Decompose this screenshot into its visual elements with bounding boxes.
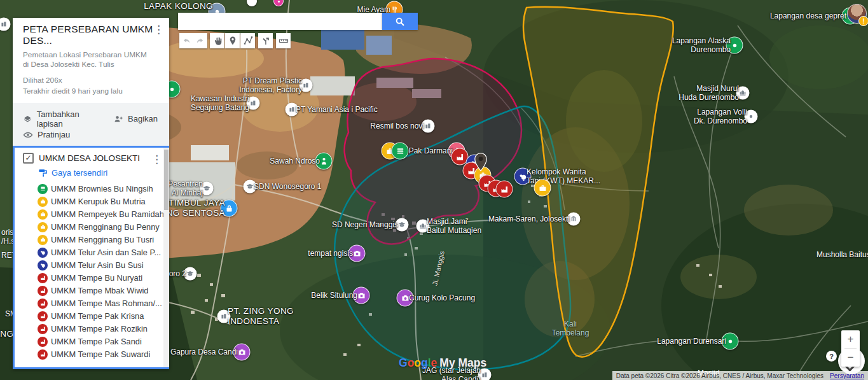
scrollbar-thumb[interactable] bbox=[164, 150, 169, 210]
layer-item-12[interactable]: UMKM Tempe Pak Rozikin bbox=[15, 323, 167, 335]
search-icon bbox=[395, 17, 405, 27]
layer-item-2[interactable]: UMKM Kerupuk Bu Mutria bbox=[15, 195, 167, 208]
layer-item-1[interactable]: UMKM Brownies Bu Ningsih bbox=[15, 183, 167, 195]
search-button[interactable] bbox=[382, 13, 418, 30]
layer-item-label: UMKM Tempe Mas Rohman/... bbox=[51, 299, 162, 308]
layer-item-8[interactable]: UMKM Tempe Bu Nuryati bbox=[15, 272, 167, 285]
belik-situlung-label[interactable]: Belik Situlung bbox=[311, 291, 357, 300]
sdn-wonosegoro-1-label[interactable]: SDN Wonosegoro 1 bbox=[254, 182, 322, 191]
layer-item-10[interactable]: UMKM Tempe Mas Rohman/... bbox=[15, 297, 167, 310]
layer-item-9[interactable]: UMKM Tempe Mbak Wiwid bbox=[15, 285, 167, 297]
cake-icon[interactable] bbox=[392, 143, 409, 160]
layer-item-14[interactable]: UMKM Tempe Pak Suwardi bbox=[15, 348, 167, 361]
lapangan-desa-gepret-label[interactable]: Lapangan desa gepret bbox=[770, 11, 846, 20]
measure-distance-button[interactable] bbox=[277, 33, 291, 48]
google-my-maps-app: LAPAK KOLONG DNMie AyamPT Dream Plastic … bbox=[0, 0, 868, 380]
measure-distance-icon bbox=[279, 36, 289, 46]
attribution-text: Data peta ©2026 Citra ©2026 Airbus, CNES… bbox=[616, 372, 823, 379]
undo-redo-group bbox=[179, 33, 207, 48]
zoom-out-button[interactable]: − bbox=[841, 349, 860, 367]
kawasan-industri-segajung-label[interactable]: Kawasan Industri Segajung Batang bbox=[191, 94, 249, 112]
chicken-icon bbox=[38, 248, 48, 258]
paint-roller-icon bbox=[38, 168, 48, 178]
layer-item-13[interactable]: UMKM Tempe Pak Sandi bbox=[15, 335, 167, 348]
layer-item-4[interactable]: UMKM Rengginang Bu Penny bbox=[15, 221, 167, 234]
lapangan-volli-label[interactable]: Lapangan Volli Dk. Durenombo bbox=[694, 108, 747, 125]
preview-button[interactable]: Pratinjau bbox=[23, 130, 70, 140]
zoom-in-button[interactable]: + bbox=[841, 330, 860, 348]
zoom-control: + − bbox=[841, 330, 860, 367]
masjid-jami-baitul-muttaqien-label[interactable]: Masjid Jami' Baitul Muttaqien bbox=[427, 217, 481, 235]
sawah-ndroso-label[interactable]: Sawah Ndroso bbox=[270, 157, 320, 165]
map-options-kebab-icon[interactable]: ⋮ bbox=[153, 24, 164, 35]
view-count: Dilihat 206x bbox=[23, 76, 160, 85]
pt-dream-plastic-label[interactable]: PT Dream Plastic Indonesia, Factory bbox=[239, 76, 302, 94]
pt-zing-yong-label[interactable]: PT. ZING YONG INDONESTA bbox=[228, 306, 294, 327]
pak-darmani-label[interactable]: Pak Darmani bbox=[409, 146, 453, 155]
layer-item-6[interactable]: UMKM Telur Asin dan Sale P... bbox=[15, 246, 167, 259]
lapangan-alaska-label[interactable]: Lapangan Alaska Durenombo bbox=[672, 36, 731, 54]
add-directions-button[interactable] bbox=[259, 33, 273, 48]
google-my-maps-watermark: Google My Maps bbox=[399, 356, 486, 370]
resmil-bos-novi-label[interactable]: Resmil bos novi bbox=[370, 122, 424, 130]
add-layer-button[interactable]: Tambahkan lapisan bbox=[23, 109, 102, 129]
makam-saren-label[interactable]: Makam Saren, Jolosekti bbox=[488, 215, 570, 223]
pan-hand-button[interactable] bbox=[210, 33, 224, 48]
draw-line-button[interactable] bbox=[241, 33, 255, 48]
last-edited: Terakhir diedit 9 hari yang lalu bbox=[23, 87, 160, 101]
my-maps-logo-text: My Maps bbox=[439, 356, 486, 370]
search-box bbox=[178, 13, 382, 30]
factory-icon[interactable] bbox=[496, 181, 513, 198]
wonosegoro-2-label[interactable]: oro 2 bbox=[169, 269, 186, 278]
draw-line-icon bbox=[243, 36, 253, 46]
layer-item-3[interactable]: UMKM Rempeyek Bu Ramidah bbox=[15, 208, 167, 221]
layer-item-label: UMKM Kerupuk Bu Mutria bbox=[51, 197, 146, 206]
layer-style-link[interactable]: Gaya tersendiri bbox=[38, 168, 167, 178]
add-directions-icon bbox=[261, 36, 271, 46]
pt-yamani-label[interactable]: PT Yamani Asia i Pacific bbox=[296, 105, 378, 114]
layer-item-7[interactable]: UMKM Telur Asin Bu Susi bbox=[15, 259, 167, 272]
layer-checkbox[interactable]: ✓ bbox=[23, 153, 34, 164]
map-description: Pemetaan Lokasi Persebaran UMKM di Desa … bbox=[23, 50, 150, 70]
selected-pin-icon[interactable] bbox=[474, 153, 488, 172]
terms-link[interactable]: Persyaratan bbox=[830, 372, 864, 379]
building-icon[interactable] bbox=[0, 18, 11, 31]
sd-negeri-manggis-label[interactable]: SD Negeri Manggis bbox=[332, 220, 398, 229]
layer-item-label: UMKM Rengginang Bu Penny bbox=[51, 222, 160, 232]
dot-icon[interactable] bbox=[247, 0, 257, 6]
masjid-nurul-huda-label[interactable]: Masjid Nurul Huda Durenombo bbox=[679, 84, 739, 102]
dot-icon[interactable] bbox=[273, 0, 284, 6]
add-marker-toolbox bbox=[225, 33, 240, 48]
layer-item-5[interactable]: UMKM Rengginang Bu Tusri bbox=[15, 234, 167, 246]
musholla-baitus-label: Musholla Baituss... bbox=[816, 250, 868, 259]
suitcase-icon bbox=[38, 197, 48, 207]
add-directions-toolbox bbox=[258, 33, 273, 48]
map-attribution: Data peta ©2026 Citra ©2026 Airbus, CNES… bbox=[612, 371, 868, 380]
lapangan-durensari-label[interactable]: Lapangan Durensari bbox=[657, 337, 726, 346]
cake-icon bbox=[38, 184, 48, 194]
account-avatar[interactable]: ! bbox=[847, 4, 867, 24]
layer-item-label: UMKM Tempe Bu Nuryati bbox=[51, 273, 142, 283]
layer-options-kebab-icon[interactable]: ⋮ bbox=[151, 154, 162, 165]
sidebar-scrollbar[interactable] bbox=[163, 148, 169, 367]
add-marker-button[interactable] bbox=[226, 33, 240, 48]
help-button[interactable]: ? bbox=[826, 351, 837, 362]
layers-icon bbox=[23, 114, 32, 124]
factory-icon bbox=[38, 349, 48, 360]
layer-name: UMKM DESA JOLOSEKTI bbox=[39, 153, 140, 163]
redo-button[interactable] bbox=[193, 33, 207, 48]
search-input[interactable] bbox=[178, 13, 382, 30]
pesantren-al-minhaj-label[interactable]: Pesantren Al Minhaj bbox=[168, 179, 203, 197]
curug-kolo-pacung-label[interactable]: Curug Kolo Pacung bbox=[409, 293, 475, 302]
share-button[interactable]: Bagikan bbox=[113, 114, 158, 124]
gapura-desa-candi-label[interactable]: Gapura Desa Candi bbox=[170, 348, 238, 356]
layer-item-11[interactable]: UMKM Tempe Pak Krisna bbox=[15, 310, 167, 323]
kali-tembelang-label: Kali Tembelang bbox=[552, 320, 589, 338]
panel-header: PETA PERSEBARAN UMKM DES... ⋮ Pemetaan L… bbox=[13, 18, 169, 103]
suitcase-icon[interactable] bbox=[534, 179, 551, 197]
undo-icon bbox=[181, 36, 191, 46]
tempat-ngisis-label[interactable]: tempat ngisis bbox=[308, 249, 353, 258]
draw-line-toolbox bbox=[240, 33, 255, 48]
measure-distance-toolbox bbox=[276, 33, 291, 48]
undo-button[interactable] bbox=[179, 33, 193, 48]
